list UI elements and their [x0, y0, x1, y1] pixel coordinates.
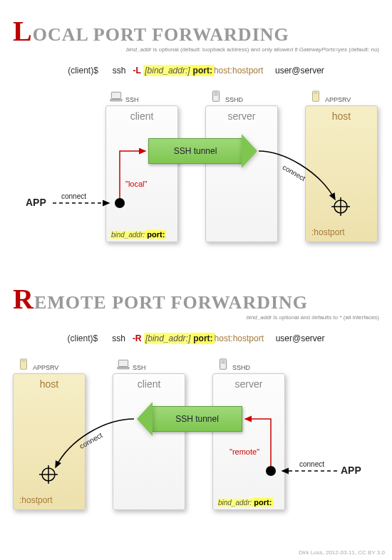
local-title: Local Port Forwarding [13, 14, 379, 48]
remote-title-letter: R [13, 283, 34, 315]
remote-title: Remote Port Forwarding [13, 282, 379, 316]
remote-command: (client)$ ssh -R [bind_addr:]port:host:h… [13, 333, 379, 343]
local-arrows [13, 85, 383, 256]
svg-point-20 [266, 466, 276, 476]
local-command: (client)$ ssh -L [bind_addr:]port:host:h… [13, 66, 379, 76]
local-diagram: SSH client bind_addr:port: SSHD server A… [13, 85, 379, 256]
svg-point-8 [115, 198, 125, 208]
footer-credit: Dirk Loss, 2012-03-11, CC BY 3.0 [299, 549, 385, 556]
local-title-letter: L [13, 15, 33, 47]
remote-arrows [13, 353, 383, 524]
remote-title-rest: emote Port Forwarding [34, 292, 308, 313]
local-title-rest: ocal Port Forwarding [33, 24, 289, 45]
remote-diagram: APPSRV host :hostport SSH client SSHD se… [13, 353, 379, 524]
